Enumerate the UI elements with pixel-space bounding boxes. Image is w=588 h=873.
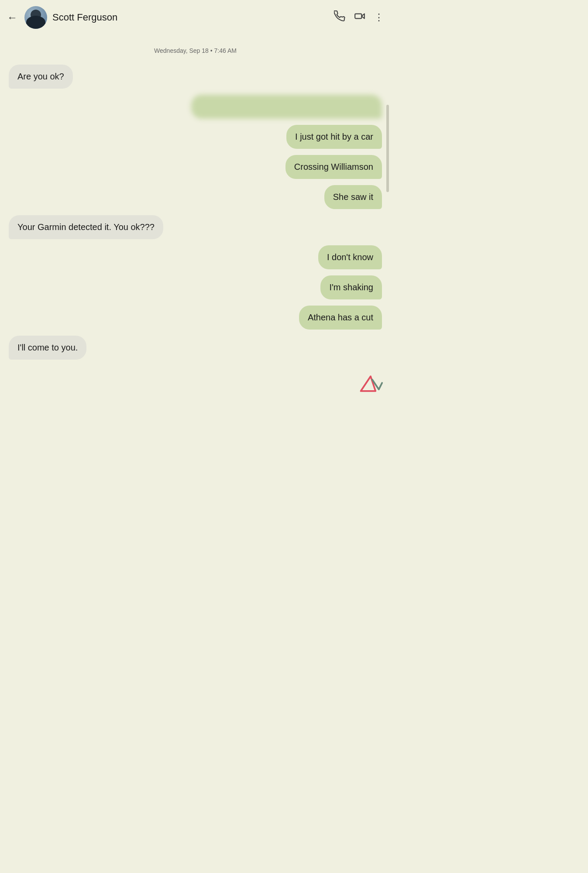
bottom-logo [0,369,391,402]
scrollbar[interactable] [386,105,389,192]
message-bubble: I'm shaking [320,275,382,299]
chat-area: Wednesday, Sep 18 • 7:46 AM Are you ok? … [0,35,391,369]
message-row: ████████████████████████████ [9,95,382,119]
header: ← Scott Ferguson ⋮ [0,0,391,35]
more-options-icon[interactable]: ⋮ [374,12,384,23]
svg-rect-0 [355,14,361,19]
contact-name[interactable]: Scott Ferguson [52,12,329,23]
message-row: Are you ok? [9,65,382,89]
app-logo [358,373,384,395]
message-row: I'm shaking [9,275,382,299]
message-bubble: Athena has a cut [299,306,382,330]
video-icon[interactable] [354,10,365,24]
message-row: She saw it [9,185,382,209]
message-row: Athena has a cut [9,306,382,330]
back-button[interactable]: ← [7,11,17,24]
message-row: I'll come to you. [9,336,382,360]
svg-marker-2 [361,376,376,391]
message-bubble: She saw it [324,185,382,209]
message-bubble-blurred: ████████████████████████████ [191,95,382,119]
message-bubble: Are you ok? [9,65,73,89]
message-bubble: I'll come to you. [9,336,86,360]
phone-icon[interactable] [334,10,345,24]
header-icons: ⋮ [334,10,384,24]
message-bubble: Crossing Williamson [285,155,382,179]
message-bubble: I don't know [318,245,382,269]
chat-container: Wednesday, Sep 18 • 7:46 AM Are you ok? … [0,35,391,402]
message-bubble: Your Garmin detected it. You ok??? [9,215,163,239]
timestamp: Wednesday, Sep 18 • 7:46 AM [9,47,382,54]
message-bubble: I just got hit by a car [286,125,382,149]
message-row: Your Garmin detected it. You ok??? [9,215,382,239]
message-row: I don't know [9,245,382,269]
message-row: I just got hit by a car [9,125,382,149]
message-row: Crossing Williamson [9,155,382,179]
avatar[interactable] [24,6,47,29]
